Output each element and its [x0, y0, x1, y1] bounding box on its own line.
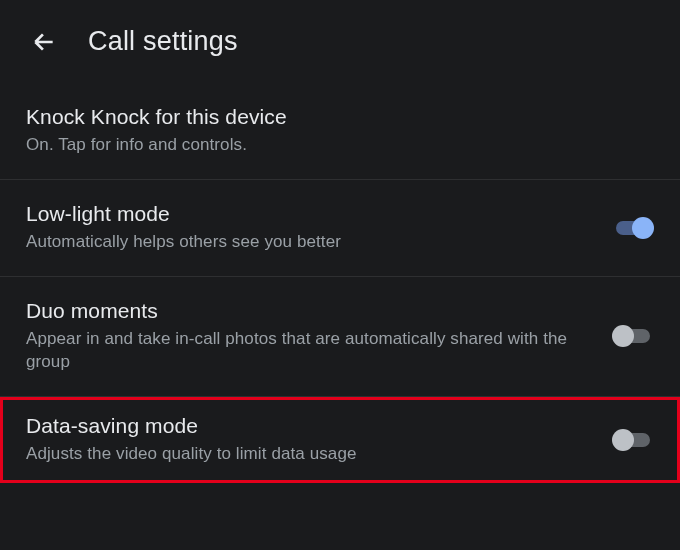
setting-text: Low-light mode Automatically helps other…	[26, 202, 612, 254]
setting-subtitle: Appear in and take in-call photos that a…	[26, 327, 592, 375]
setting-title: Duo moments	[26, 299, 592, 323]
toggle-duo-moments[interactable]	[612, 324, 654, 348]
toggle-thumb	[632, 217, 654, 239]
setting-subtitle: On. Tap for info and controls.	[26, 133, 634, 157]
setting-text: Knock Knock for this device On. Tap for …	[26, 105, 654, 157]
toggle-low-light[interactable]	[612, 216, 654, 240]
header: Call settings	[0, 0, 680, 83]
setting-text: Duo moments Appear in and take in-call p…	[26, 299, 612, 375]
setting-title: Data-saving mode	[26, 414, 592, 438]
setting-subtitle: Automatically helps others see you bette…	[26, 230, 592, 254]
setting-low-light[interactable]: Low-light mode Automatically helps other…	[0, 180, 680, 277]
setting-knock-knock[interactable]: Knock Knock for this device On. Tap for …	[0, 83, 680, 180]
page-title: Call settings	[88, 26, 238, 57]
setting-subtitle: Adjusts the video quality to limit data …	[26, 442, 592, 466]
toggle-thumb	[612, 429, 634, 451]
setting-title: Low-light mode	[26, 202, 592, 226]
toggle-data-saving[interactable]	[612, 428, 654, 452]
back-arrow-icon[interactable]	[30, 28, 58, 56]
setting-duo-moments[interactable]: Duo moments Appear in and take in-call p…	[0, 277, 680, 398]
setting-text: Data-saving mode Adjusts the video quali…	[26, 414, 612, 466]
setting-data-saving[interactable]: Data-saving mode Adjusts the video quali…	[0, 397, 680, 483]
setting-title: Knock Knock for this device	[26, 105, 634, 129]
toggle-thumb	[612, 325, 634, 347]
